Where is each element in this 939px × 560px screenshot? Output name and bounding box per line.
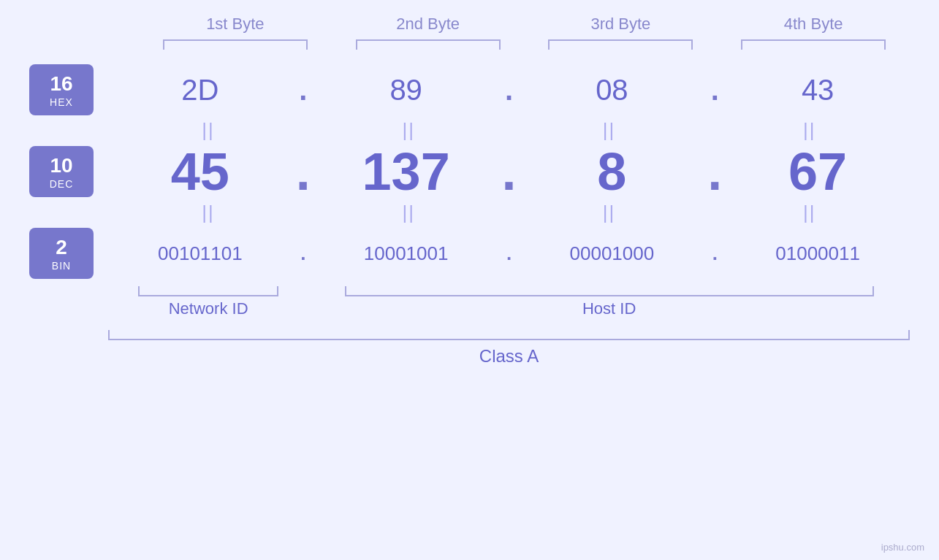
bin-dot-1: . bbox=[292, 242, 314, 265]
bottom-brackets-row bbox=[108, 286, 910, 296]
class-label: Class A bbox=[108, 346, 910, 367]
eq2-sign-3: || bbox=[603, 202, 616, 224]
dec-dot-3: . bbox=[704, 145, 726, 198]
host-id-label: Host ID bbox=[308, 299, 910, 318]
dec-val-4: 67 bbox=[726, 145, 910, 198]
eq2-sign-2: || bbox=[403, 202, 416, 224]
dec-dot-2: . bbox=[498, 145, 520, 198]
byte-label-4: 4th Byte bbox=[717, 15, 910, 34]
hex-dot-2: . bbox=[498, 74, 520, 107]
bin-row: 2 BIN 00101101 . 10001001 . 00001000 . 0… bbox=[29, 228, 910, 279]
eq-sign-2: || bbox=[403, 119, 416, 142]
top-bracket-4 bbox=[717, 39, 910, 50]
hex-val-4: 43 bbox=[726, 74, 910, 107]
bin-badge: 2 BIN bbox=[29, 228, 94, 279]
bottom-labels-row: Network ID Host ID bbox=[108, 299, 910, 318]
main-container: 1st Byte 2nd Byte 3rd Byte 4th Byte 16 H… bbox=[0, 0, 939, 560]
hex-val-2: 89 bbox=[314, 74, 498, 107]
dec-badge-name: DEC bbox=[50, 178, 74, 190]
class-section: Class A bbox=[108, 330, 910, 367]
bin-val-4: 01000011 bbox=[726, 242, 910, 265]
hex-dot-3: . bbox=[704, 74, 726, 107]
network-id-label: Network ID bbox=[108, 299, 308, 318]
eq-sign-4: || bbox=[803, 119, 816, 142]
top-bracket-3 bbox=[525, 39, 718, 50]
eq2-sign-4: || bbox=[803, 202, 816, 224]
eq2-sign-1: || bbox=[202, 202, 215, 224]
dec-badge-num: 10 bbox=[50, 153, 72, 178]
host-bracket-cell bbox=[308, 286, 910, 296]
hex-val-1: 2D bbox=[108, 74, 292, 107]
dec-val-1: 45 bbox=[108, 145, 292, 198]
eq2-cell-1: || bbox=[108, 202, 308, 224]
byte-label-2: 2nd Byte bbox=[332, 15, 525, 34]
equals-row-2: || || || || bbox=[108, 202, 910, 224]
bottom-section: Network ID Host ID bbox=[108, 286, 910, 318]
eq2-cell-3: || bbox=[509, 202, 710, 224]
eq-cell-1: || bbox=[108, 119, 308, 142]
hex-badge: 16 HEX bbox=[29, 64, 94, 115]
hex-values: 2D . 89 . 08 . 43 bbox=[108, 74, 910, 107]
watermark: ipshu.com bbox=[881, 542, 924, 553]
top-bracket-1 bbox=[139, 39, 332, 50]
byte-label-1: 1st Byte bbox=[139, 15, 332, 34]
bin-badge-name: BIN bbox=[52, 260, 71, 272]
hex-val-3: 08 bbox=[520, 74, 704, 107]
byte-labels-row: 1st Byte 2nd Byte 3rd Byte 4th Byte bbox=[139, 15, 910, 34]
bin-badge-num: 2 bbox=[56, 235, 67, 260]
bin-dot-3: . bbox=[704, 242, 726, 265]
hex-badge-num: 16 bbox=[50, 72, 72, 96]
hex-badge-name: HEX bbox=[50, 96, 73, 108]
dec-val-3: 8 bbox=[520, 145, 704, 198]
top-bracket-2 bbox=[332, 39, 525, 50]
eq-sign-3: || bbox=[603, 119, 616, 142]
eq-cell-4: || bbox=[710, 119, 910, 142]
top-brackets bbox=[139, 39, 910, 50]
eq2-cell-4: || bbox=[710, 202, 910, 224]
dec-badge: 10 DEC bbox=[29, 146, 94, 197]
eq-cell-3: || bbox=[509, 119, 710, 142]
eq-sign-1: || bbox=[202, 119, 215, 142]
equals-row-1: || || || || bbox=[108, 119, 910, 142]
dec-val-2: 137 bbox=[314, 145, 498, 198]
hex-row: 16 HEX 2D . 89 . 08 . 43 bbox=[29, 64, 910, 115]
byte-label-3: 3rd Byte bbox=[525, 15, 718, 34]
dec-row: 10 DEC 45 . 137 . 8 . 67 bbox=[29, 145, 910, 198]
bin-val-2: 10001001 bbox=[314, 242, 498, 265]
network-bracket-cell bbox=[108, 286, 308, 296]
bin-dot-2: . bbox=[498, 242, 520, 265]
hex-dot-1: . bbox=[292, 74, 314, 107]
bin-values: 00101101 . 10001001 . 00001000 . 0100001… bbox=[108, 242, 910, 265]
dec-dot-1: . bbox=[292, 145, 314, 198]
eq2-cell-2: || bbox=[308, 202, 509, 224]
dec-values: 45 . 137 . 8 . 67 bbox=[108, 145, 910, 198]
class-bracket bbox=[108, 330, 910, 340]
eq-cell-2: || bbox=[308, 119, 509, 142]
bin-val-3: 00001000 bbox=[520, 242, 704, 265]
bin-val-1: 00101101 bbox=[108, 242, 292, 265]
